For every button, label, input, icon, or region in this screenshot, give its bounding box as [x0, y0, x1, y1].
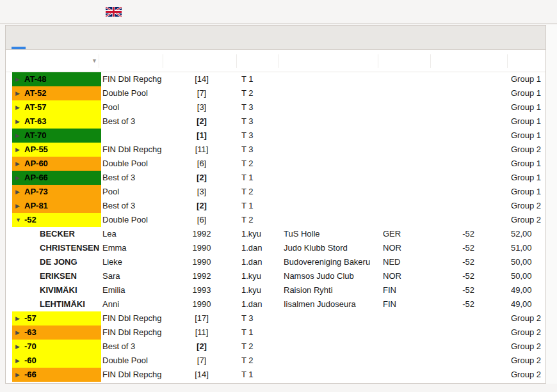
category-cell: ▶ -60 — [12, 354, 101, 368]
category-row-57[interactable]: ▶ -57 FIN Dbl Repchg [17] T 3 Group 2 — [6, 311, 545, 325]
category-name: AT-70 — [24, 130, 46, 140]
competitor-row-becker[interactable]: BECKER Lea 1992 1.kyu TuS Holle GER -52 … — [6, 227, 545, 241]
expander-icon[interactable]: ▶ — [15, 100, 20, 114]
tab-sheets[interactable] — [29, 26, 49, 49]
expander-icon[interactable]: ▶ — [15, 325, 20, 340]
category-name: AT-57 — [24, 102, 46, 112]
competitor-weight: 51,00 — [511, 241, 546, 255]
category-group: Group 1 — [511, 72, 546, 86]
expander-icon[interactable]: ▶ — [15, 86, 20, 100]
category-row-ap-73[interactable]: ▶ AP-73 Pool [3] T 2 Group 1 — [6, 185, 545, 199]
main-notebook: ▼ ▶ AT-48 FIN Dbl Repchg [14] T 1 Group … — [5, 25, 546, 384]
category-group: Group 1 — [511, 100, 546, 114]
expander-icon[interactable]: ▶ — [15, 143, 20, 157]
category-row-70[interactable]: ▶ -70 Best of 3 [2] T 2 Group 2 — [6, 340, 545, 354]
expander-icon[interactable]: ▶ — [15, 129, 20, 143]
tab-tatami-2[interactable] — [111, 26, 131, 49]
competitor-row-eriksen[interactable]: ERIKSEN Sara 1992 1.kyu Namsos Judo Club… — [6, 269, 545, 283]
uk-flag-icon[interactable] — [106, 7, 122, 17]
category-system: FIN Dbl Repchg — [102, 311, 167, 325]
competitor-year: 1990 — [168, 297, 236, 311]
category-row-ap-81[interactable]: ▶ AP-81 Best of 3 [2] T 1 Group 2 — [6, 199, 545, 213]
category-group: Group 1 — [511, 185, 546, 199]
expander-icon[interactable]: ▶ — [15, 368, 20, 382]
category-tatami: T 2 — [241, 185, 282, 199]
category-tatami: T 1 — [241, 72, 282, 86]
tab-tatami-1[interactable] — [90, 26, 111, 49]
category-name: -70 — [24, 341, 36, 351]
expander-icon[interactable]: ▼ — [15, 213, 21, 227]
expander-icon[interactable]: ▶ — [15, 171, 20, 185]
category-tatami: T 1 — [241, 368, 282, 382]
uk-flag-icon — [106, 7, 122, 17]
competitor-row-christensen[interactable]: CHRISTENSEN Emma 1990 1.dan Judo Klubb S… — [6, 241, 545, 255]
competitor-year: 1990 — [168, 255, 236, 269]
competitor-row-de-jong[interactable]: DE JONG Lieke 1990 1.dan Budovereniging … — [6, 255, 545, 269]
category-group: Group 2 — [511, 143, 546, 157]
competitor-year: 1992 — [168, 227, 236, 241]
category-count: [11] — [168, 325, 236, 340]
competitor-club: Raision Ryhti — [284, 283, 382, 297]
competitor-country: NOR — [383, 241, 421, 255]
category-row-63[interactable]: ▶ -63 FIN Dbl Repchg [11] T 1 Group 2 — [6, 325, 545, 340]
competitor-row-kivim-ki[interactable]: KIVIMÄKI Emilia 1993 1.kyu Raision Ryhti… — [6, 283, 545, 297]
category-row-52[interactable]: ▼ -52 Double Pool [6] T 2 Group 2 — [6, 213, 545, 227]
tab-tatami-3[interactable] — [131, 26, 152, 49]
expander-icon[interactable]: ▶ — [15, 72, 20, 86]
competitor-row-lehtim-ki[interactable]: LEHTIMÄKI Anni 1990 1.dan Iisalmen Judos… — [6, 297, 545, 311]
category-name: -63 — [24, 327, 36, 337]
category-tatami: T 3 — [241, 129, 282, 143]
tab-competitors[interactable] — [8, 26, 29, 49]
competitor-year: 1993 — [168, 283, 236, 297]
expander-icon[interactable]: ▶ — [15, 185, 20, 199]
category-row-at-63[interactable]: ▶ AT-63 Best of 3 [2] T 3 Group 1 — [6, 114, 545, 129]
expander-icon[interactable]: ▶ — [15, 311, 20, 325]
expander-icon[interactable]: ▶ — [15, 199, 20, 213]
category-row-ap-60[interactable]: ▶ AP-60 Double Pool [6] T 2 Group 1 — [6, 157, 545, 171]
category-name: AP-60 — [24, 159, 48, 168]
competitor-first-name: Lieke — [102, 255, 167, 269]
competitor-reg-category: -52 — [435, 255, 474, 269]
competitor-reg-category: -52 — [435, 227, 474, 241]
category-cell: ▶ AT-63 — [12, 114, 101, 129]
competitor-country: GER — [383, 227, 421, 241]
category-row-at-70[interactable]: ▶ AT-70 [1] T 3 Group 1 — [6, 129, 545, 143]
competitor-first-name: Sara — [102, 269, 167, 283]
competitor-last-name: DE JONG — [40, 255, 102, 269]
category-name: AP-81 — [24, 201, 48, 210]
category-count: [2] — [168, 199, 236, 213]
category-system: Pool — [102, 100, 167, 114]
category-cell: ▶ AP-66 — [12, 171, 101, 185]
category-count: [14] — [168, 72, 236, 86]
category-row-at-52[interactable]: ▶ AT-52 Double Pool [7] T 2 Group 1 — [6, 86, 545, 100]
expander-icon[interactable]: ▶ — [15, 354, 20, 368]
category-group: Group 2 — [511, 325, 546, 340]
category-system: Double Pool — [102, 213, 167, 227]
tab-matches[interactable] — [70, 26, 90, 49]
category-row-at-57[interactable]: ▶ AT-57 Pool [3] T 3 Group 1 — [6, 100, 545, 114]
tab-log[interactable] — [152, 26, 172, 49]
category-row-ap-55[interactable]: ▶ AP-55 FIN Dbl Repchg [11] T 3 Group 2 — [6, 143, 545, 157]
category-row-60[interactable]: ▶ -60 Double Pool [7] T 2 Group 2 — [6, 354, 545, 368]
tab-categories[interactable] — [49, 26, 70, 49]
competitor-country: FIN — [383, 297, 421, 311]
category-cell: ▶ AT-70 — [12, 129, 101, 143]
category-row-at-48[interactable]: ▶ AT-48 FIN Dbl Repchg [14] T 1 Group 1 — [6, 72, 545, 86]
category-group: Group 1 — [511, 114, 546, 129]
category-cell: ▶ AP-73 — [12, 185, 101, 199]
sort-descending-icon[interactable]: ▼ — [92, 50, 97, 72]
competitor-country: FIN — [383, 283, 421, 297]
category-system: Best of 3 — [102, 171, 167, 185]
expander-icon[interactable]: ▶ — [15, 114, 20, 129]
category-count: [11] — [168, 143, 236, 157]
category-name: -66 — [24, 370, 36, 379]
expander-icon[interactable]: ▶ — [15, 157, 20, 171]
category-row-66[interactable]: ▶ -66 FIN Dbl Repchg [14] T 1 Group 2 — [6, 368, 545, 382]
competitor-club: Namsos Judo Club — [284, 269, 382, 283]
competitor-reg-category: -52 — [435, 283, 474, 297]
category-row-ap-66[interactable]: ▶ AP-66 Best of 3 [2] T 1 Group 1 — [6, 171, 545, 185]
category-group: Group 2 — [511, 213, 546, 227]
category-system: Double Pool — [102, 157, 167, 171]
competitor-first-name: Anni — [102, 297, 167, 311]
expander-icon[interactable]: ▶ — [15, 340, 20, 354]
